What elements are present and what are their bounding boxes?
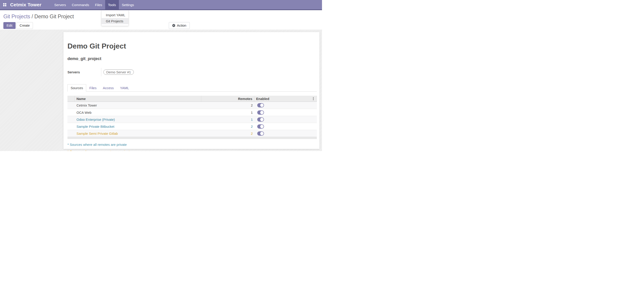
column-remotes[interactable]: Remotes — [201, 96, 254, 102]
privacy-legend: * Sources where all remotes are private*… — [68, 143, 317, 151]
nav-item-settings[interactable]: Settings — [119, 0, 137, 10]
list-footer — [68, 137, 317, 139]
tab-access[interactable]: Access — [100, 84, 117, 92]
create-button[interactable]: Create — [16, 22, 33, 29]
action-button-label: Action — [177, 24, 186, 28]
servers-field-value: Demo Server #1 — [101, 68, 134, 76]
nav-item-tools[interactable]: Tools — [105, 0, 119, 10]
table-row[interactable]: Cetmix Tower2 — [68, 102, 317, 109]
form-sheet: Demo Git Project demo_git_project Server… — [64, 32, 320, 149]
tools-dropdown-menu: Import YAMLGit Projects — [101, 10, 128, 26]
nav-item-files[interactable]: Files — [92, 0, 105, 10]
tab-sources[interactable]: Sources — [68, 84, 86, 92]
remotes-count-cell: 2 — [201, 124, 254, 128]
main-menu: ServersCommandsFilesToolsSettings — [52, 0, 137, 10]
table-row[interactable]: Sample Semi Private Gitlab2 — [68, 130, 317, 137]
enabled-toggle[interactable] — [257, 110, 264, 115]
breadcrumb-parent-link[interactable]: Git Projects — [4, 14, 30, 20]
apps-grid-icon[interactable] — [3, 3, 6, 6]
top-navbar: Cetmix Tower ServersCommandsFilesToolsSe… — [0, 0, 322, 10]
enabled-cell — [254, 131, 317, 136]
table-row[interactable]: Sample Private Bitbucket2 — [68, 123, 317, 130]
column-name[interactable]: Name — [75, 96, 201, 102]
breadcrumb: Git Projects/Demo Git Project — [4, 14, 74, 20]
app-window: Cetmix Tower ServersCommandsFilesToolsSe… — [0, 0, 322, 151]
table-row[interactable]: OCA Web1 — [68, 109, 317, 116]
enabled-toggle[interactable] — [257, 131, 264, 136]
menu-item-git-projects[interactable]: Git Projects — [102, 18, 128, 24]
column-enabled[interactable]: Enabled — [254, 96, 317, 102]
legend-all-private: * Sources where all remotes are private — [68, 143, 317, 146]
enabled-toggle[interactable] — [257, 103, 264, 108]
notebook-tabs: SourcesFilesAccessYAML — [68, 84, 317, 92]
gear-icon — [172, 24, 175, 27]
source-name-cell[interactable]: Cetmix Tower — [75, 104, 201, 107]
nav-item-servers[interactable]: Servers — [52, 0, 69, 10]
source-name-cell[interactable]: Sample Private Bitbucket — [75, 124, 201, 128]
remotes-count-cell: 1 — [201, 118, 254, 122]
sources-list: Name Remotes Enabled Cetmix Tower2OCA We… — [68, 96, 317, 139]
servers-field-row: Servers Demo Server #1 — [68, 68, 317, 76]
enabled-cell — [254, 124, 317, 129]
action-button[interactable]: Action — [169, 22, 190, 29]
enabled-toggle[interactable] — [257, 117, 264, 122]
column-selector[interactable] — [68, 96, 75, 102]
enabled-cell — [254, 117, 317, 122]
remotes-count-cell: 1 — [201, 110, 254, 114]
record-technical-name: demo_git_project — [68, 56, 317, 61]
record-title: Demo Git Project — [68, 42, 317, 50]
brand-title[interactable]: Cetmix Tower — [10, 2, 42, 8]
control-panel: Git Projects/Demo Git Project Edit Creat… — [0, 11, 322, 30]
list-header: Name Remotes Enabled — [68, 96, 317, 102]
source-name-cell[interactable]: OCA Web — [75, 110, 201, 114]
server-tag: Demo Server #1 — [103, 70, 134, 75]
enabled-toggle[interactable] — [257, 124, 264, 129]
optional-columns-icon[interactable] — [311, 97, 316, 100]
servers-field-label: Servers — [68, 70, 101, 74]
breadcrumb-separator: / — [30, 14, 34, 20]
breadcrumb-current: Demo Git Project — [34, 14, 74, 20]
source-name-cell[interactable]: Sample Semi Private Gitlab — [75, 132, 201, 136]
nav-item-commands[interactable]: Commands — [69, 0, 92, 10]
remotes-count-cell: 2 — [201, 132, 254, 136]
tab-files[interactable]: Files — [86, 84, 100, 92]
tab-yaml[interactable]: YAML — [117, 84, 132, 92]
remotes-count-cell: 2 — [201, 104, 254, 107]
enabled-cell — [254, 103, 317, 108]
enabled-cell — [254, 110, 317, 115]
edit-button[interactable]: Edit — [4, 22, 16, 29]
menu-item-import-yaml[interactable]: Import YAML — [102, 12, 128, 18]
legend-some-private: * Sources where some remotes are private — [68, 150, 317, 151]
source-name-cell[interactable]: Odoo Enterprise (Private) — [75, 118, 201, 122]
table-row[interactable]: Odoo Enterprise (Private)1 — [68, 116, 317, 123]
